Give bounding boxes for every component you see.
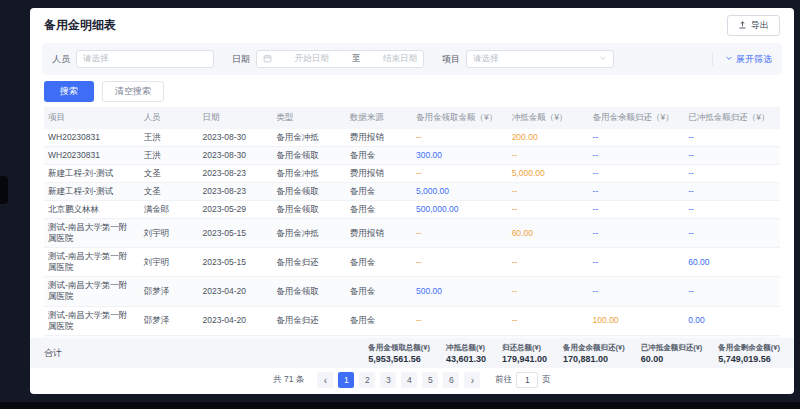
- date-end-placeholder: 结束日期: [383, 53, 417, 65]
- totals-items: 备用金领取总额(¥)5,953,561.56冲抵总额(¥)43,601.30归还…: [368, 343, 780, 364]
- table-row[interactable]: 测试-南昌大学第一附属医院刘宇明2023-05-15备用金归还备用金------…: [44, 248, 780, 277]
- amount-cell: --: [508, 147, 589, 165]
- page-button-2[interactable]: 2: [359, 372, 375, 388]
- table-row[interactable]: 测试-南昌大学第一附属医院刘宇明2023-05-15备用金冲抵费用报销--60.…: [44, 219, 780, 248]
- project-select[interactable]: 请选择: [466, 50, 614, 68]
- amount-cell: --: [589, 129, 685, 147]
- amount-cell: --: [412, 129, 508, 147]
- amount-cell: 60.00: [508, 219, 589, 248]
- total-item-label: 备用金余额归还(¥): [563, 343, 625, 353]
- source-cell: 费用报销: [346, 165, 412, 183]
- amount-cell: --: [589, 219, 685, 248]
- person-cell: 满金郎: [140, 201, 199, 219]
- person-cell: 王洪: [140, 129, 199, 147]
- bottom-bar: [0, 402, 800, 409]
- total-item-value: 5,953,561.56: [368, 354, 430, 364]
- person-cell: 刘宇明: [140, 219, 199, 248]
- column-header: 已冲抵金额归还（¥）: [684, 107, 780, 129]
- amount-cell: 60.00: [684, 248, 780, 277]
- amount-cell: --: [589, 201, 685, 219]
- source-cell: 备用金: [346, 248, 412, 277]
- search-button[interactable]: 搜索: [44, 81, 94, 102]
- table-header-row: 项目人员日期类型数据来源备用金领取金额（¥）冲抵金额（¥）备用金余额归还（¥）已…: [44, 107, 780, 129]
- project-filter: 项目 请选择: [442, 50, 614, 68]
- chevron-left-icon[interactable]: ‹: [317, 372, 333, 388]
- amount-cell: 100.00: [589, 306, 685, 335]
- project-filter-label: 项目: [442, 53, 460, 66]
- date-cell: 2023-05-15: [199, 248, 273, 277]
- amount-cell: --: [508, 306, 589, 335]
- person-cell: 王洪: [140, 147, 199, 165]
- chevron-down-icon: [599, 54, 607, 64]
- date-cell: 2023-05-15: [199, 219, 273, 248]
- type-cell: 备用金领取: [272, 277, 346, 306]
- panel-header: 备用金明细表 导出: [30, 8, 794, 41]
- amount-cell: --: [508, 183, 589, 201]
- expand-filters-label: 展开筛选: [736, 53, 772, 66]
- goto-prefix: 前往: [495, 374, 512, 386]
- project-cell: 测试-南昌大学第一附属医院: [44, 248, 140, 277]
- type-cell: 备用金冲抵: [272, 165, 346, 183]
- page-button-5[interactable]: 5: [422, 372, 438, 388]
- source-cell: 备用金: [346, 277, 412, 306]
- table-row[interactable]: WH20230831王洪2023-08-30备用金冲抵费用报销--200.00-…: [44, 129, 780, 147]
- filter-bar: 人员 请选择 日期 开始日期 至 结束日期 项目 请选择: [42, 43, 782, 75]
- table-row[interactable]: 新建工程-刘-测试文圣2023-08-23备用金冲抵费用报销--5,000.00…: [44, 165, 780, 183]
- date-start-placeholder: 开始日期: [295, 53, 329, 65]
- table-row[interactable]: 新建工程-刘-测试文圣2023-08-23备用金领取备用金5,000.00---…: [44, 183, 780, 201]
- amount-cell: --: [684, 201, 780, 219]
- table-row[interactable]: WH20230831王洪2023-08-30备用金领取备用金300.00----…: [44, 147, 780, 165]
- calendar-icon: [263, 54, 272, 65]
- total-item-value: 170,881.00: [563, 354, 625, 364]
- person-select-placeholder: 请选择: [83, 53, 109, 65]
- project-cell: 测试-南昌大学第一附属医院: [44, 306, 140, 335]
- source-cell: 备用金: [346, 147, 412, 165]
- person-cell: 邵梦泽: [140, 306, 199, 335]
- table-row[interactable]: 北京鹏义林林满金郎2023-05-29备用金领取备用金500,000.00---…: [44, 201, 780, 219]
- page-button-6[interactable]: 6: [443, 372, 459, 388]
- total-item: 备用金领取总额(¥)5,953,561.56: [368, 343, 430, 364]
- column-header: 备用金领取金额（¥）: [412, 107, 508, 129]
- total-item-label: 备用金剩余金额(¥): [718, 343, 780, 353]
- amount-cell: --: [589, 277, 685, 306]
- data-table-container: 项目人员日期类型数据来源备用金领取金额（¥）冲抵金额（¥）备用金余额归还（¥）已…: [30, 107, 794, 338]
- page-button-3[interactable]: 3: [380, 372, 396, 388]
- amount-cell: 0.00: [684, 306, 780, 335]
- chevron-right-icon[interactable]: ›: [464, 372, 480, 388]
- column-header: 项目: [44, 107, 140, 129]
- clear-search-button[interactable]: 清空搜索: [102, 81, 164, 102]
- type-cell: 备用金领取: [272, 201, 346, 219]
- source-cell: 备用金: [346, 306, 412, 335]
- amount-cell: --: [684, 183, 780, 201]
- page-title: 备用金明细表: [44, 17, 116, 34]
- export-button[interactable]: 导出: [727, 15, 780, 36]
- total-item-value: 179,941.00: [502, 354, 547, 364]
- amount-cell: --: [684, 277, 780, 306]
- total-item-value: 43,601.30: [446, 354, 486, 364]
- person-select[interactable]: 请选择: [76, 50, 214, 68]
- column-header: 冲抵金额（¥）: [508, 107, 589, 129]
- source-cell: 备用金: [346, 201, 412, 219]
- date-cell: 2023-05-29: [199, 201, 273, 219]
- total-item-label: 归还总额(¥): [502, 343, 547, 353]
- date-range-input[interactable]: 开始日期 至 结束日期: [256, 50, 424, 68]
- amount-cell: 200.00: [508, 129, 589, 147]
- expand-filters-link[interactable]: 展开筛选: [712, 53, 772, 66]
- page-button-1[interactable]: 1: [338, 372, 354, 388]
- page-button-4[interactable]: 4: [401, 372, 417, 388]
- total-item: 已冲抵金额归还(¥)60.00: [641, 343, 703, 364]
- sidebar-collapse-handle[interactable]: [0, 176, 8, 204]
- person-cell: 文圣: [140, 165, 199, 183]
- total-item-value: 60.00: [641, 354, 703, 364]
- project-cell: 测试-南昌大学第一附属医院: [44, 219, 140, 248]
- source-cell: 费用报销: [346, 129, 412, 147]
- table-row[interactable]: 测试-南昌大学第一附属医院邵梦泽2023-04-20备用金领取备用金500.00…: [44, 277, 780, 306]
- date-cell: 2023-08-30: [199, 147, 273, 165]
- goto-page-input[interactable]: 1: [516, 372, 538, 388]
- column-header: 类型: [272, 107, 346, 129]
- table-row[interactable]: 测试-南昌大学第一附属医院邵梦泽2023-04-20备用金归还备用金----10…: [44, 306, 780, 335]
- person-filter: 人员 请选择: [52, 50, 214, 68]
- totals-label: 合计: [44, 347, 62, 360]
- source-cell: 备用金: [346, 183, 412, 201]
- date-cell: 2023-04-20: [199, 306, 273, 335]
